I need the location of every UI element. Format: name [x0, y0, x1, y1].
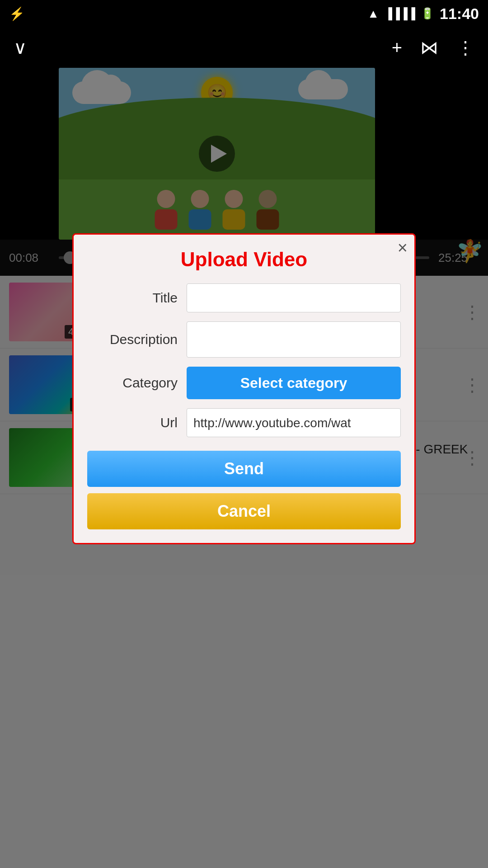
title-row: Title: [87, 283, 401, 312]
wifi-icon: ▲: [367, 7, 379, 21]
url-display: http://www.youtube.com/wat: [187, 408, 401, 437]
title-input[interactable]: [187, 283, 401, 312]
title-label: Title: [87, 290, 178, 306]
battery-icon: 🔋: [421, 7, 434, 20]
category-row: Category Select category: [87, 367, 401, 399]
url-label: Url: [87, 415, 178, 430]
description-input[interactable]: [187, 321, 401, 358]
status-time: 11:40: [440, 5, 479, 23]
description-label: Description: [87, 332, 178, 347]
share-icon[interactable]: ⋈: [420, 37, 438, 58]
usb-icon: ⚡: [9, 6, 25, 21]
send-button[interactable]: Send: [87, 451, 401, 487]
cancel-button[interactable]: Cancel: [87, 493, 401, 529]
status-right-icons: ▲ ▐▐▐▐ 🔋 11:40: [367, 5, 479, 23]
add-icon[interactable]: +: [392, 38, 402, 58]
modal-close-button[interactable]: ×: [398, 239, 408, 256]
upload-video-modal: × Upload Video Title Description Categor…: [72, 233, 416, 544]
description-row: Description: [87, 321, 401, 358]
status-left-icons: ⚡: [9, 6, 25, 21]
url-row: Url http://www.youtube.com/wat: [87, 408, 401, 437]
down-arrow-icon[interactable]: ∨: [14, 37, 27, 58]
status-bar: ⚡ ▲ ▐▐▐▐ 🔋 11:40: [0, 0, 488, 27]
top-toolbar: ∨ + ⋈ ⋮: [0, 27, 488, 68]
more-icon[interactable]: ⋮: [456, 37, 474, 58]
modal-title: Upload Video: [87, 248, 401, 271]
category-label: Category: [87, 375, 178, 391]
modal-overlay: × Upload Video Title Description Categor…: [0, 0, 488, 868]
select-category-button[interactable]: Select category: [187, 367, 401, 399]
signal-icon: ▐▐▐▐: [385, 7, 415, 20]
